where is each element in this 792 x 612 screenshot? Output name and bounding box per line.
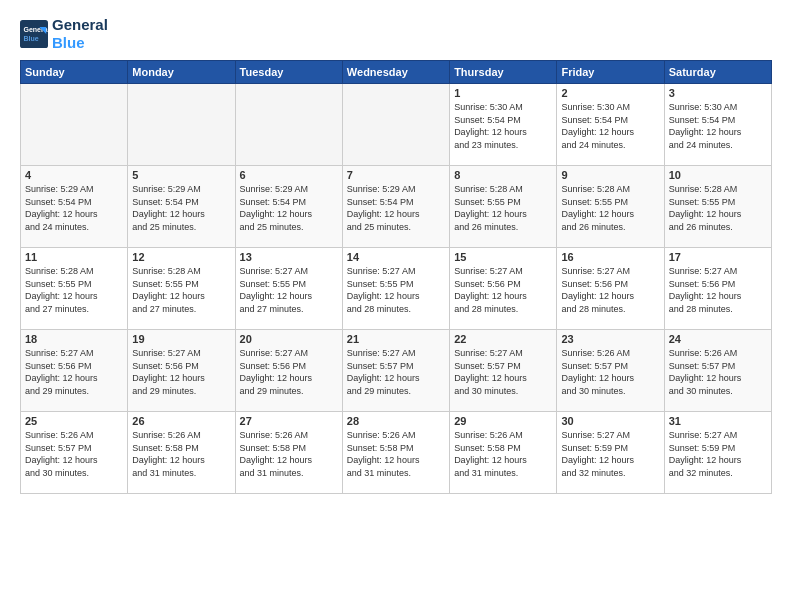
cell-info: Sunrise: 5:27 AM Sunset: 5:56 PM Dayligh… [25,347,123,397]
week-row-5: 25Sunrise: 5:26 AM Sunset: 5:57 PM Dayli… [21,412,772,494]
calendar-cell: 31Sunrise: 5:27 AM Sunset: 5:59 PM Dayli… [664,412,771,494]
cell-info: Sunrise: 5:26 AM Sunset: 5:58 PM Dayligh… [454,429,552,479]
calendar-cell: 26Sunrise: 5:26 AM Sunset: 5:58 PM Dayli… [128,412,235,494]
day-number: 29 [454,415,552,427]
calendar-header-row: SundayMondayTuesdayWednesdayThursdayFrid… [21,61,772,84]
day-number: 13 [240,251,338,263]
calendar-cell: 30Sunrise: 5:27 AM Sunset: 5:59 PM Dayli… [557,412,664,494]
calendar-cell: 17Sunrise: 5:27 AM Sunset: 5:56 PM Dayli… [664,248,771,330]
cell-info: Sunrise: 5:26 AM Sunset: 5:57 PM Dayligh… [25,429,123,479]
day-number: 2 [561,87,659,99]
cell-info: Sunrise: 5:26 AM Sunset: 5:58 PM Dayligh… [347,429,445,479]
cell-info: Sunrise: 5:27 AM Sunset: 5:56 PM Dayligh… [454,265,552,315]
calendar-cell [235,84,342,166]
calendar-cell: 6Sunrise: 5:29 AM Sunset: 5:54 PM Daylig… [235,166,342,248]
calendar-cell: 1Sunrise: 5:30 AM Sunset: 5:54 PM Daylig… [450,84,557,166]
cell-info: Sunrise: 5:26 AM Sunset: 5:58 PM Dayligh… [240,429,338,479]
cell-info: Sunrise: 5:26 AM Sunset: 5:58 PM Dayligh… [132,429,230,479]
calendar-cell [128,84,235,166]
cell-info: Sunrise: 5:28 AM Sunset: 5:55 PM Dayligh… [132,265,230,315]
day-number: 14 [347,251,445,263]
day-number: 10 [669,169,767,181]
week-row-3: 11Sunrise: 5:28 AM Sunset: 5:55 PM Dayli… [21,248,772,330]
day-number: 1 [454,87,552,99]
cell-info: Sunrise: 5:29 AM Sunset: 5:54 PM Dayligh… [347,183,445,233]
day-number: 15 [454,251,552,263]
day-number: 23 [561,333,659,345]
day-number: 17 [669,251,767,263]
svg-text:Blue: Blue [24,35,39,42]
day-header-sunday: Sunday [21,61,128,84]
day-number: 24 [669,333,767,345]
page: General Blue General Blue SundayMondayTu… [0,0,792,612]
day-number: 27 [240,415,338,427]
calendar-cell: 14Sunrise: 5:27 AM Sunset: 5:55 PM Dayli… [342,248,449,330]
day-number: 18 [25,333,123,345]
logo-text-line1: General [52,16,108,34]
week-row-4: 18Sunrise: 5:27 AM Sunset: 5:56 PM Dayli… [21,330,772,412]
calendar-cell: 16Sunrise: 5:27 AM Sunset: 5:56 PM Dayli… [557,248,664,330]
cell-info: Sunrise: 5:27 AM Sunset: 5:59 PM Dayligh… [669,429,767,479]
calendar-cell [21,84,128,166]
svg-rect-0 [20,20,48,48]
cell-info: Sunrise: 5:27 AM Sunset: 5:56 PM Dayligh… [561,265,659,315]
cell-info: Sunrise: 5:27 AM Sunset: 5:57 PM Dayligh… [347,347,445,397]
day-number: 20 [240,333,338,345]
day-number: 25 [25,415,123,427]
day-number: 11 [25,251,123,263]
calendar-cell: 13Sunrise: 5:27 AM Sunset: 5:55 PM Dayli… [235,248,342,330]
day-number: 31 [669,415,767,427]
day-header-tuesday: Tuesday [235,61,342,84]
day-header-monday: Monday [128,61,235,84]
calendar-cell: 5Sunrise: 5:29 AM Sunset: 5:54 PM Daylig… [128,166,235,248]
calendar-cell: 9Sunrise: 5:28 AM Sunset: 5:55 PM Daylig… [557,166,664,248]
calendar-cell: 11Sunrise: 5:28 AM Sunset: 5:55 PM Dayli… [21,248,128,330]
calendar-cell: 23Sunrise: 5:26 AM Sunset: 5:57 PM Dayli… [557,330,664,412]
day-number: 8 [454,169,552,181]
cell-info: Sunrise: 5:29 AM Sunset: 5:54 PM Dayligh… [25,183,123,233]
calendar-cell [342,84,449,166]
day-number: 26 [132,415,230,427]
cell-info: Sunrise: 5:29 AM Sunset: 5:54 PM Dayligh… [132,183,230,233]
cell-info: Sunrise: 5:28 AM Sunset: 5:55 PM Dayligh… [25,265,123,315]
week-row-1: 1Sunrise: 5:30 AM Sunset: 5:54 PM Daylig… [21,84,772,166]
calendar-cell: 22Sunrise: 5:27 AM Sunset: 5:57 PM Dayli… [450,330,557,412]
header: General Blue General Blue [20,16,772,52]
cell-info: Sunrise: 5:27 AM Sunset: 5:56 PM Dayligh… [240,347,338,397]
cell-info: Sunrise: 5:30 AM Sunset: 5:54 PM Dayligh… [561,101,659,151]
cell-info: Sunrise: 5:27 AM Sunset: 5:56 PM Dayligh… [132,347,230,397]
cell-info: Sunrise: 5:26 AM Sunset: 5:57 PM Dayligh… [669,347,767,397]
week-row-2: 4Sunrise: 5:29 AM Sunset: 5:54 PM Daylig… [21,166,772,248]
calendar-cell: 4Sunrise: 5:29 AM Sunset: 5:54 PM Daylig… [21,166,128,248]
calendar-cell: 2Sunrise: 5:30 AM Sunset: 5:54 PM Daylig… [557,84,664,166]
day-number: 3 [669,87,767,99]
day-number: 12 [132,251,230,263]
day-number: 6 [240,169,338,181]
day-number: 28 [347,415,445,427]
calendar-cell: 29Sunrise: 5:26 AM Sunset: 5:58 PM Dayli… [450,412,557,494]
cell-info: Sunrise: 5:28 AM Sunset: 5:55 PM Dayligh… [561,183,659,233]
cell-info: Sunrise: 5:26 AM Sunset: 5:57 PM Dayligh… [561,347,659,397]
day-number: 7 [347,169,445,181]
day-header-wednesday: Wednesday [342,61,449,84]
calendar-cell: 8Sunrise: 5:28 AM Sunset: 5:55 PM Daylig… [450,166,557,248]
day-number: 9 [561,169,659,181]
cell-info: Sunrise: 5:27 AM Sunset: 5:56 PM Dayligh… [669,265,767,315]
cell-info: Sunrise: 5:27 AM Sunset: 5:59 PM Dayligh… [561,429,659,479]
calendar-cell: 21Sunrise: 5:27 AM Sunset: 5:57 PM Dayli… [342,330,449,412]
calendar-cell: 27Sunrise: 5:26 AM Sunset: 5:58 PM Dayli… [235,412,342,494]
day-number: 19 [132,333,230,345]
calendar-cell: 12Sunrise: 5:28 AM Sunset: 5:55 PM Dayli… [128,248,235,330]
calendar-cell: 20Sunrise: 5:27 AM Sunset: 5:56 PM Dayli… [235,330,342,412]
day-number: 22 [454,333,552,345]
day-header-thursday: Thursday [450,61,557,84]
cell-info: Sunrise: 5:30 AM Sunset: 5:54 PM Dayligh… [454,101,552,151]
calendar-cell: 28Sunrise: 5:26 AM Sunset: 5:58 PM Dayli… [342,412,449,494]
cell-info: Sunrise: 5:28 AM Sunset: 5:55 PM Dayligh… [454,183,552,233]
calendar-cell: 3Sunrise: 5:30 AM Sunset: 5:54 PM Daylig… [664,84,771,166]
cell-info: Sunrise: 5:29 AM Sunset: 5:54 PM Dayligh… [240,183,338,233]
calendar-cell: 24Sunrise: 5:26 AM Sunset: 5:57 PM Dayli… [664,330,771,412]
day-number: 5 [132,169,230,181]
calendar-table: SundayMondayTuesdayWednesdayThursdayFrid… [20,60,772,494]
calendar-cell: 15Sunrise: 5:27 AM Sunset: 5:56 PM Dayli… [450,248,557,330]
